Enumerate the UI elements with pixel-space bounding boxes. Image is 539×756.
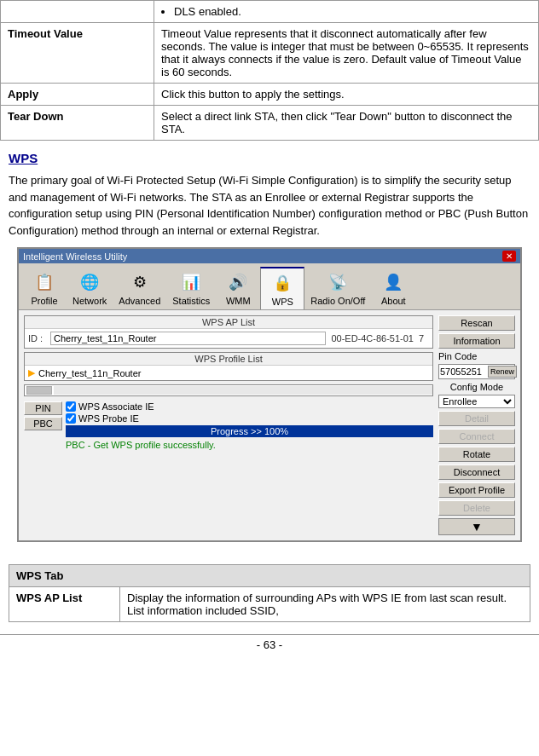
config-mode-label: Config Mode — [438, 382, 515, 392]
radio-label: Radio On/Off — [310, 296, 365, 306]
progress-bar: Progress >> 100% — [66, 425, 433, 437]
toolbar-radio[interactable]: 📡 Radio On/Off — [304, 267, 371, 309]
advanced-icon: ⚙ — [128, 270, 152, 294]
empty-label — [1, 1, 154, 23]
table-row-teardown: Tear Down Select a direct link STA, then… — [1, 106, 539, 141]
about-icon: 👤 — [381, 270, 405, 294]
toolbar-wmm[interactable]: 🔊 WMM — [216, 267, 260, 309]
pin-code-label: Pin Code — [438, 351, 515, 361]
rotate-button[interactable]: Rotate — [438, 447, 515, 462]
middle-section: WPS Associate IE WPS Probe IE Progress >… — [66, 401, 433, 451]
rescan-button[interactable]: Rescan — [438, 315, 515, 331]
pin-code-box: Renew — [438, 364, 515, 379]
advanced-label: Advanced — [119, 296, 160, 306]
profile-item: ▶ Cherry_test_11n_Router — [25, 366, 432, 380]
bottom-section: WPS Tab WPS AP List Display the informat… — [0, 557, 539, 634]
timeout-label: Timeout Value — [1, 23, 154, 84]
wps-ap-list-box: WPS AP List ID : 00-ED-4C-86-51-01 7 — [24, 315, 433, 349]
table-row-timeout: Timeout Value Timeout Value represents t… — [1, 23, 539, 84]
ap-ssid-field[interactable] — [50, 332, 326, 345]
pin-pbc-buttons: PIN PBC — [24, 401, 62, 430]
teardown-content: Select a direct link STA, then click "Te… — [154, 106, 539, 141]
wps-title: WPS — [9, 151, 530, 165]
pbc-button[interactable]: PBC — [24, 417, 62, 430]
toolbar-wps[interactable]: 🔒 WPS — [260, 267, 304, 309]
wps-assoc-ie-label: WPS Associate IE — [78, 401, 154, 412]
close-button[interactable]: ✕ — [502, 251, 516, 262]
wps-tab-header: WPS Tab — [9, 565, 530, 587]
about-label: About — [381, 296, 406, 306]
page-number: - 63 - — [0, 634, 539, 655]
delete-button[interactable]: Delete — [438, 500, 515, 516]
top-table: DLS enabled. Timeout Value Timeout Value… — [0, 0, 539, 141]
window-title: Intelligent Wireless Utility — [23, 251, 127, 262]
toolbar: 📋 Profile 🌐 Network ⚙ Advanced 📊 Statist… — [19, 263, 520, 310]
renew-button[interactable]: Renew — [488, 366, 517, 378]
radio-icon: 📡 — [326, 270, 350, 294]
pin-pbc-area: PIN PBC WPS Associate IE WPS Probe IE — [24, 400, 433, 453]
scroll-track — [54, 386, 432, 395]
wps-section: WPS The primary goal of Wi-Fi Protected … — [0, 141, 539, 557]
ap-num: 7 — [419, 333, 429, 343]
wps-profile-list-title: WPS Profile List — [25, 353, 432, 366]
wps-icon: 🔒 — [270, 271, 294, 295]
apply-label: Apply — [1, 84, 154, 106]
toolbar-profile[interactable]: 📋 Profile — [22, 267, 67, 309]
wps-profile-list-box: WPS Profile List ▶ Cherry_test_11n_Route… — [24, 352, 433, 381]
network-icon: 🌐 — [78, 270, 101, 294]
table-row-bullet: DLS enabled. — [1, 1, 539, 23]
wps-assoc-ie-checkbox[interactable] — [66, 401, 76, 412]
detail-button[interactable]: Detail — [438, 411, 515, 426]
progress-text: Progress >> 100% — [211, 426, 288, 436]
left-panel: WPS AP List ID : 00-ED-4C-86-51-01 7 WPS… — [24, 315, 433, 535]
scroll-down-icon[interactable]: ▼ — [438, 518, 515, 535]
status-text: PBC - Get WPS profile successfully. — [66, 439, 433, 451]
wmm-icon: 🔊 — [226, 270, 250, 294]
content-area: WPS AP List ID : 00-ED-4C-86-51-01 7 WPS… — [19, 310, 520, 540]
wps-probe-ie-checkbox[interactable] — [66, 413, 76, 424]
bullet-content: DLS enabled. — [154, 1, 539, 23]
teardown-label: Tear Down — [1, 106, 154, 141]
wps-toolbar-label: WPS — [272, 297, 293, 307]
scroll-handle[interactable] — [26, 386, 52, 395]
section-header-row: WPS Tab — [9, 565, 530, 587]
profile-icon: 📋 — [32, 270, 56, 294]
profile-name: Cherry_test_11n_Router — [38, 368, 141, 378]
bullet-item: DLS enabled. — [174, 5, 531, 18]
window-titlebar: Intelligent Wireless Utility ✕ — [19, 249, 520, 263]
right-panel: Rescan Information Pin Code Renew Config… — [438, 315, 515, 535]
screenshot-window: Intelligent Wireless Utility ✕ 📋 Profile… — [17, 247, 522, 542]
wps-tab-table: WPS Tab WPS AP List Display the informat… — [9, 564, 530, 622]
ap-mac: 00-ED-4C-86-51-01 — [331, 333, 414, 343]
horizontal-scrollbar[interactable] — [24, 384, 433, 396]
disconnect-button[interactable]: Disconnect — [438, 465, 515, 480]
wps-ap-list-row: WPS AP List Display the information of s… — [9, 587, 530, 622]
toolbar-about[interactable]: 👤 About — [371, 267, 415, 309]
profile-arrow-icon: ▶ — [28, 367, 35, 378]
wps-probe-ie-label: WPS Probe IE — [78, 413, 139, 424]
connect-button[interactable]: Connect — [438, 429, 515, 444]
timeout-content: Timeout Value represents that it disconn… — [154, 23, 539, 84]
table-row-apply: Apply Click this button to apply the set… — [1, 84, 539, 106]
wps-ap-list-desc: Display the information of surrounding A… — [120, 587, 530, 622]
config-mode-select[interactable]: Enrollee Registrar — [438, 395, 515, 408]
wps-description: The primary goal of Wi-Fi Protected Setu… — [9, 172, 530, 239]
wmm-label: WMM — [226, 296, 251, 306]
pin-code-input[interactable] — [440, 366, 487, 377]
profile-label: Profile — [31, 296, 57, 306]
pin-button[interactable]: PIN — [24, 401, 62, 415]
wps-assoc-ie-row: WPS Associate IE — [66, 401, 433, 412]
wps-ap-list-label: WPS AP List — [9, 587, 120, 622]
apply-content: Click this button to apply the settings. — [154, 84, 539, 106]
network-label: Network — [72, 296, 107, 306]
statistics-icon: 📊 — [179, 270, 203, 294]
id-label: ID : — [28, 333, 45, 343]
information-button[interactable]: Information — [438, 333, 515, 349]
wps-ap-list-title: WPS AP List — [25, 316, 432, 329]
ap-list-row: ID : 00-ED-4C-86-51-01 7 — [25, 329, 432, 348]
toolbar-advanced[interactable]: ⚙ Advanced — [113, 267, 166, 309]
toolbar-statistics[interactable]: 📊 Statistics — [166, 267, 216, 309]
export-profile-button[interactable]: Export Profile — [438, 482, 515, 498]
statistics-label: Statistics — [172, 296, 210, 306]
toolbar-network[interactable]: 🌐 Network — [67, 267, 113, 309]
